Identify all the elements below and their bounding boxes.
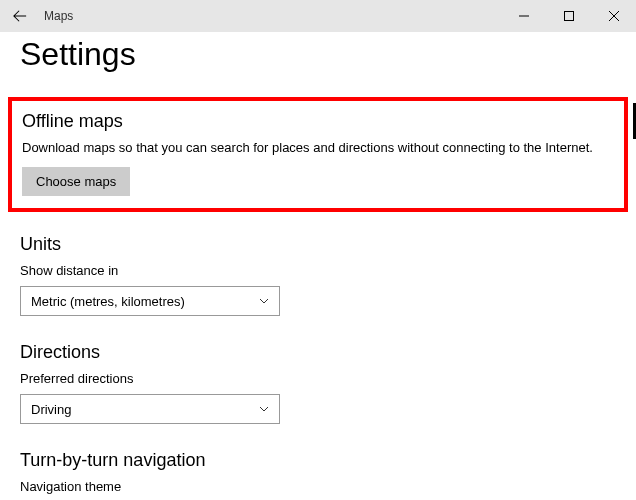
directions-label: Preferred directions <box>20 371 616 386</box>
window-controls <box>501 0 636 32</box>
choose-maps-button[interactable]: Choose maps <box>22 167 130 196</box>
chevron-down-icon <box>259 296 269 306</box>
maximize-icon <box>564 11 574 21</box>
close-button[interactable] <box>591 0 636 32</box>
maximize-button[interactable] <box>546 0 591 32</box>
page-title: Settings <box>20 36 616 73</box>
app-title: Maps <box>44 9 73 23</box>
offline-maps-highlight: Offline maps Download maps so that you c… <box>8 97 628 212</box>
units-label: Show distance in <box>20 263 616 278</box>
directions-title: Directions <box>20 342 616 363</box>
directions-select-value: Driving <box>31 402 71 417</box>
directions-select[interactable]: Driving <box>20 394 280 424</box>
units-select[interactable]: Metric (metres, kilometres) <box>20 286 280 316</box>
back-arrow-icon <box>13 9 27 23</box>
navigation-label: Navigation theme <box>20 479 616 494</box>
offline-maps-title: Offline maps <box>22 111 614 132</box>
close-icon <box>609 11 619 21</box>
directions-section: Directions Preferred directions Driving <box>20 342 616 424</box>
content-area: Settings Offline maps Download maps so t… <box>0 32 636 494</box>
units-select-value: Metric (metres, kilometres) <box>31 294 185 309</box>
navigation-title: Turn-by-turn navigation <box>20 450 616 471</box>
svg-rect-1 <box>564 12 573 21</box>
chevron-down-icon <box>259 404 269 414</box>
units-title: Units <box>20 234 616 255</box>
title-bar: Maps <box>0 0 636 32</box>
minimize-button[interactable] <box>501 0 546 32</box>
offline-maps-description: Download maps so that you can search for… <box>22 140 614 155</box>
minimize-icon <box>519 11 529 21</box>
navigation-section: Turn-by-turn navigation Navigation theme <box>20 450 616 494</box>
units-section: Units Show distance in Metric (metres, k… <box>20 234 616 316</box>
back-button[interactable] <box>0 0 40 32</box>
